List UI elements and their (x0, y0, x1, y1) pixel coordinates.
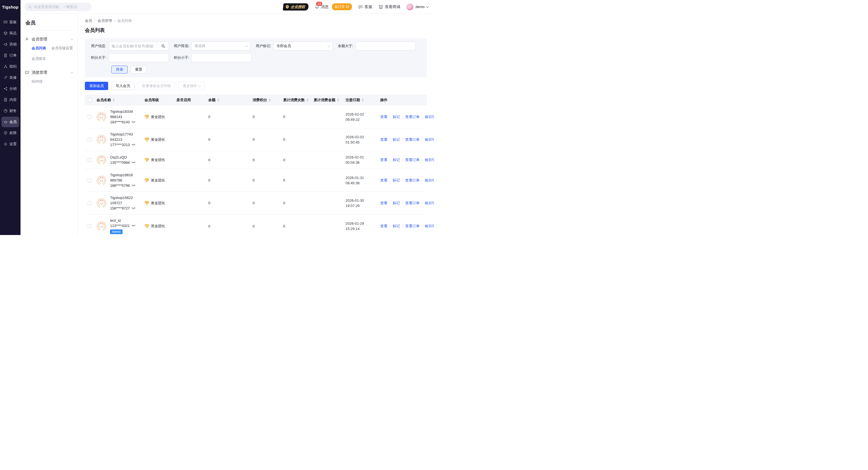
eye-closed-icon[interactable] (131, 121, 135, 123)
row-action-3[interactable]: 账目明细 (425, 201, 434, 206)
eye-closed-icon[interactable] (131, 143, 135, 146)
sidebar-item-auth[interactable]: 权限 (1, 128, 19, 138)
row-checkbox[interactable] (88, 158, 92, 162)
column-header[interactable]: 会员名称 (95, 95, 143, 106)
breadcrumb-item[interactable]: 会员列表 (117, 18, 132, 23)
row-action-2[interactable]: 查看订单 (405, 178, 420, 183)
sort-icon[interactable] (217, 98, 219, 102)
sort-icon[interactable] (337, 98, 339, 102)
submenu-item[interactable]: 会员列表 (32, 43, 51, 54)
row-action-0[interactable]: 查看 (380, 137, 388, 142)
sidebar-item-label: 会员 (9, 120, 17, 125)
points-gt-input[interactable] (109, 53, 169, 62)
sort-icon[interactable] (269, 98, 271, 102)
eye-closed-icon[interactable] (131, 207, 135, 209)
sidebar-item-order[interactable]: 订单 (1, 50, 19, 61)
row-action-2[interactable]: 查看订单 (405, 114, 420, 120)
column-header[interactable]: 累计消费次数 (281, 95, 312, 106)
sidebar-item-marketing[interactable]: 营销 (1, 39, 19, 49)
column-header[interactable]: 余额 (207, 95, 251, 106)
row-checkbox[interactable] (88, 138, 92, 142)
row-action-2[interactable]: 查看订单 (405, 137, 420, 142)
row-action-0[interactable]: 查看 (380, 114, 388, 120)
global-search-input[interactable]: 在这里查找功能，一键直达 (24, 3, 92, 11)
sidebar-item-goods[interactable]: 商品 (1, 28, 19, 38)
column-header[interactable]: 累计消费金额 (312, 95, 344, 106)
sort-icon[interactable] (113, 98, 115, 102)
view-mall-button[interactable]: 查看商城 (378, 4, 400, 9)
batch-edit-level-button[interactable]: 批量修改会员等级 (137, 82, 175, 90)
user-info-search-button[interactable] (157, 42, 168, 50)
more-actions-button[interactable]: 更多操作 (178, 82, 205, 90)
row-action-3[interactable]: 账目明细 (425, 158, 434, 162)
row-action-0[interactable]: 查看 (380, 158, 388, 162)
chevron-down-icon (245, 44, 248, 47)
sort-icon[interactable] (362, 98, 364, 102)
member-name: Tigshop15622 (110, 195, 135, 200)
add-member-button[interactable]: 添加会员 (85, 82, 108, 90)
column-header[interactable]: 消费积分 (251, 95, 281, 106)
row-action-0[interactable]: 查看 (380, 178, 388, 183)
row-action-0[interactable]: 查看 (380, 201, 388, 206)
user-tag-select[interactable]: 全部会员 (273, 41, 333, 51)
table-header: 会员名称会员等级是否启用余额消费积分累计消费次数累计消费金额注册日期操作 (85, 95, 427, 106)
row-action-2[interactable]: 查看订单 (405, 224, 420, 229)
sidebar-item-dashboard[interactable]: 面板 (1, 17, 19, 27)
column-header: 是否启用 (175, 95, 207, 106)
row-action-1[interactable]: 标记 (393, 178, 400, 183)
chevron-down-icon (327, 44, 330, 47)
messages-button[interactable]: 13 消息 (314, 4, 329, 9)
row-action-3[interactable]: 账目明细 (425, 114, 434, 120)
row-checkbox[interactable] (88, 224, 92, 228)
breadcrumb-item[interactable]: 会员 (85, 18, 92, 23)
sidebar-item-org[interactable]: 组织 (1, 61, 19, 72)
user-menu[interactable]: demo (406, 3, 429, 10)
row-action-1[interactable]: 标记 (393, 201, 400, 206)
row-action-1[interactable]: 标记 (393, 158, 400, 162)
eye-closed-icon[interactable] (131, 161, 135, 164)
breadcrumb-item[interactable]: 会员管理 (98, 18, 112, 23)
row-action-3[interactable]: 账目明细 (425, 178, 434, 183)
customer-service-button[interactable]: 客服 (358, 4, 372, 9)
row-action-3[interactable]: 账目明细 (425, 224, 434, 229)
eye-closed-icon[interactable] (131, 184, 135, 187)
sort-icon[interactable] (306, 98, 309, 102)
points-lt-input[interactable] (191, 53, 251, 62)
import-member-button[interactable]: 导入会员 (111, 82, 134, 90)
row-action-2[interactable]: 查看订单 (405, 158, 420, 162)
sidebar-item-member[interactable]: 会员 (1, 117, 19, 127)
enabled-cell (175, 136, 207, 143)
submenu-section-message-manage[interactable]: 消息管理 (25, 70, 73, 75)
row-action-3[interactable]: 账目明细 (425, 137, 434, 142)
eye-closed-icon[interactable] (131, 225, 135, 227)
column-header[interactable]: 注册日期 (344, 95, 378, 106)
row-action-1[interactable]: 标记 (393, 224, 400, 229)
select-all-checkbox[interactable] (88, 98, 92, 102)
user-filter-select[interactable]: 请选择 (191, 41, 251, 51)
new-order-badge[interactable]: 新订单 16 (332, 3, 352, 10)
row-action-1[interactable]: 标记 (393, 114, 400, 120)
sidebar-item-settings[interactable]: 设置 (1, 139, 19, 149)
row-action-0[interactable]: 查看 (380, 224, 388, 229)
search-button[interactable]: 搜索 (112, 66, 128, 73)
sidebar-item-decorate[interactable]: 装修 (1, 72, 19, 83)
row-checkbox[interactable] (88, 178, 92, 182)
row-checkbox[interactable] (88, 115, 92, 119)
submenu-item[interactable]: 会员留言 (32, 54, 51, 64)
sidebar-item-finance[interactable]: 财务 (1, 106, 19, 116)
submenu-section-member-manage[interactable]: 会员管理 (25, 37, 73, 42)
reset-button[interactable]: 重置 (131, 66, 147, 73)
row-actions-cell: 查看标记查看订单账目明细 (378, 197, 434, 209)
row-action-2[interactable]: 查看订单 (405, 201, 420, 206)
table-row: Oxj2LsQO 135****0984 V1黄金团长 0 0 0 2026-0… (85, 151, 427, 169)
row-checkbox[interactable] (88, 201, 92, 205)
sidebar-item-content[interactable]: 内容 (1, 95, 19, 105)
sidebar-item-distribution[interactable]: 分销 (1, 83, 19, 94)
points-lt-field: 积分小于: (174, 53, 252, 62)
user-info-input[interactable] (109, 42, 157, 50)
enterprise-license-badge[interactable]: 企业授权 (283, 3, 309, 10)
balance-gt-input[interactable] (355, 41, 416, 51)
submenu-item[interactable]: 站内信 (32, 76, 53, 87)
submenu-item[interactable]: 会员等级设置 (51, 43, 73, 54)
row-action-1[interactable]: 标记 (393, 137, 400, 142)
